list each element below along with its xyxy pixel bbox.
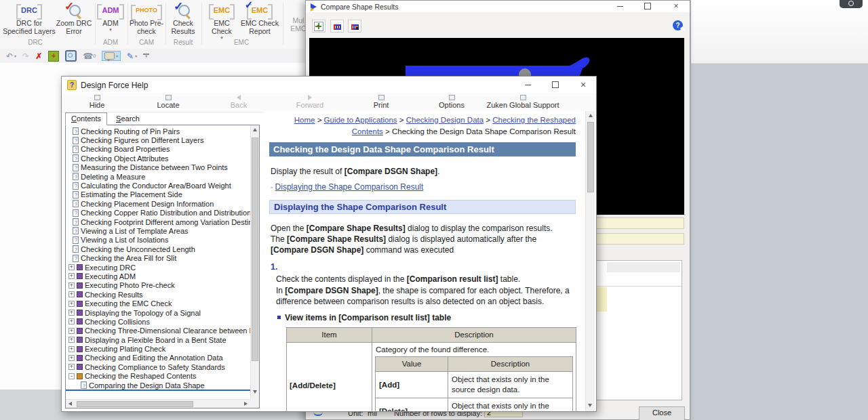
- tree-item[interactable]: Checking Figures on Different Layers: [66, 135, 250, 144]
- tree-expander-icon[interactable]: [68, 255, 71, 261]
- measure-tool-button[interactable]: ☎0: [83, 51, 96, 61]
- drc-for-specified-layers-button[interactable]: DRC DRC for Specified Layers: [3, 1, 56, 35]
- toolbar-overflow-button[interactable]: ▾: [143, 54, 149, 58]
- tree-expander-icon[interactable]: [68, 291, 75, 297]
- tree-expander-icon[interactable]: [68, 328, 75, 334]
- tree-expander-icon[interactable]: [68, 146, 71, 152]
- tree-expander-icon[interactable]: [68, 264, 75, 270]
- tree-expander-icon[interactable]: [68, 192, 71, 198]
- scrollbar-thumb[interactable]: [252, 138, 258, 361]
- context-help-button[interactable]: ?: [673, 20, 683, 30]
- tree-item[interactable]: Checking the Unconnected Length: [66, 245, 250, 253]
- tree-expander-icon[interactable]: [68, 183, 71, 189]
- hide-button[interactable]: Hide: [77, 95, 117, 109]
- scroll-left-icon[interactable]: [68, 402, 72, 406]
- tree-expander-icon[interactable]: [68, 373, 75, 379]
- tree-item[interactable]: Checking the Design Data Shape Compariso…: [66, 390, 250, 391]
- tree-expander-icon[interactable]: [68, 165, 71, 171]
- tree-item[interactable]: Deleting a Measure: [66, 172, 250, 181]
- dropdown-caret-icon[interactable]: ▾: [109, 27, 112, 32]
- scroll-up-icon[interactable]: [589, 114, 593, 117]
- tree-item[interactable]: Displaying the Topology of a Signal: [66, 308, 250, 317]
- back-button[interactable]: Back: [218, 95, 259, 109]
- scroll-down-icon[interactable]: [253, 390, 257, 394]
- tree-item[interactable]: Checking Object Attributes: [66, 154, 250, 163]
- tree-expander-icon[interactable]: [68, 138, 71, 144]
- shape-comparison-result-link[interactable]: Displaying the Shape Comparison Result: [275, 182, 424, 192]
- scrollbar-thumb[interactable]: [77, 401, 193, 407]
- dropdown-caret-icon[interactable]: ▾: [220, 35, 223, 40]
- tree-item[interactable]: Estimating the Placement Side: [66, 190, 250, 199]
- tree-item[interactable]: Checking Three-Dimensional Clearance bet…: [66, 327, 250, 335]
- check-results-button[interactable]: ✓ Check Results: [167, 1, 199, 35]
- tree-item[interactable]: Executing Plating Check: [66, 344, 250, 353]
- breadcrumb-checking-link[interactable]: Checking Design Data: [406, 116, 484, 124]
- close-button[interactable]: Close: [639, 406, 685, 420]
- tree-expander-icon[interactable]: [68, 173, 71, 180]
- show-shape-overlay-button[interactable]: [330, 20, 344, 33]
- tree-expander-icon[interactable]: [68, 301, 75, 307]
- tree-item[interactable]: Checking Copper Ratio Distribution and D…: [66, 209, 250, 217]
- tree-item[interactable]: Checking Routing of Pin Pairs: [66, 127, 250, 135]
- tree-expander-icon[interactable]: [68, 237, 71, 243]
- scroll-right-icon[interactable]: [244, 402, 248, 406]
- tree-item[interactable]: Executing the EMC Check: [66, 299, 250, 308]
- tree-item[interactable]: Calculating the Conductor Area/Board Wei…: [66, 181, 250, 190]
- tree-item[interactable]: Viewing a List of Template Areas: [66, 226, 250, 235]
- close-window-button[interactable]: ×: [572, 77, 595, 93]
- tree-item[interactable]: Checking the Reshaped Contents: [66, 372, 250, 381]
- tree-expander-icon[interactable]: [68, 355, 75, 361]
- tree-item[interactable]: Executing DRC: [66, 263, 250, 272]
- forward-button[interactable]: Forward: [290, 95, 330, 109]
- tree-expander-icon[interactable]: [68, 318, 75, 324]
- tree-expander-icon[interactable]: [68, 219, 71, 225]
- tree-expander-icon[interactable]: [68, 337, 75, 343]
- scroll-down-icon[interactable]: [588, 404, 592, 407]
- emc-check-button[interactable]: EMC EMC Check ▾: [203, 1, 240, 40]
- zoom-area-button[interactable]: [65, 50, 77, 62]
- tree-item[interactable]: Measuring the Distance between Two Point…: [66, 163, 250, 172]
- tree-item[interactable]: Checking the Area Fill for Slit: [66, 253, 250, 262]
- tree-expander-icon[interactable]: [68, 310, 75, 316]
- tree-expander-icon[interactable]: [68, 228, 71, 234]
- scroll-up-icon[interactable]: [253, 128, 257, 131]
- scrollbar-thumb[interactable]: [587, 122, 594, 192]
- tree-item[interactable]: Executing Photo Pre-check: [66, 281, 250, 290]
- tree-item[interactable]: Viewing a List of Isolations: [66, 236, 250, 245]
- photo-pre-check-button[interactable]: PHOTO Photo Pre-check: [128, 1, 165, 35]
- fit-view-button[interactable]: [312, 20, 326, 33]
- overlay-search-button[interactable]: [840, 0, 863, 8]
- zuken-global-support-button[interactable]: Zuken Global Support: [479, 95, 567, 109]
- locate-button[interactable]: Locate: [148, 95, 189, 109]
- tree-item[interactable]: Displaying a Flexible Board in a Bent St…: [66, 335, 250, 344]
- tree-expander-icon[interactable]: [68, 273, 75, 279]
- maximize-button[interactable]: [636, 1, 659, 12]
- tree-expander-icon[interactable]: [77, 382, 79, 388]
- breadcrumb-home-link[interactable]: Home: [294, 116, 315, 124]
- show-shape-difference-button[interactable]: [348, 20, 361, 33]
- tab-search[interactable]: Search: [111, 113, 145, 124]
- dropdown-caret-icon[interactable]: ▾: [135, 51, 137, 61]
- tree-item[interactable]: Checking Board Properties: [66, 145, 250, 154]
- dialog-title-bar[interactable]: Compare Shape Results: [306, 1, 690, 12]
- print-button[interactable]: Print: [361, 95, 401, 109]
- tree-expander-icon[interactable]: [68, 282, 75, 289]
- undo-button[interactable]: ↶▾: [6, 51, 16, 61]
- maximize-button[interactable]: [544, 77, 567, 93]
- tree-expander-icon[interactable]: [68, 128, 71, 134]
- delete-cursor-button[interactable]: ✗: [35, 51, 42, 61]
- zoom-drc-error-button[interactable]: ✓ Zoom DRC Error: [53, 1, 95, 35]
- redo-button[interactable]: ↷: [22, 51, 29, 61]
- tree-expander-icon[interactable]: [68, 201, 71, 207]
- tree-expander-icon[interactable]: [68, 364, 75, 370]
- emc-check-report-button[interactable]: EMC✓ EMC Check Report: [240, 1, 279, 35]
- adm-button[interactable]: ADM ADM ▾: [96, 1, 125, 32]
- breadcrumb-guide-link[interactable]: Guide to Applications: [324, 116, 397, 124]
- pen-tool-button[interactable]: ✎▾: [127, 51, 137, 61]
- close-window-button[interactable]: ×: [665, 1, 688, 12]
- fit-board-button[interactable]: +: [48, 51, 59, 62]
- tab-contents[interactable]: Contents: [65, 112, 107, 125]
- tree-item[interactable]: Checking Placement Design Information: [66, 199, 250, 208]
- content-vertical-scrollbar[interactable]: [585, 111, 595, 412]
- tree-item[interactable]: Comparing the Design Data Shape: [66, 381, 250, 390]
